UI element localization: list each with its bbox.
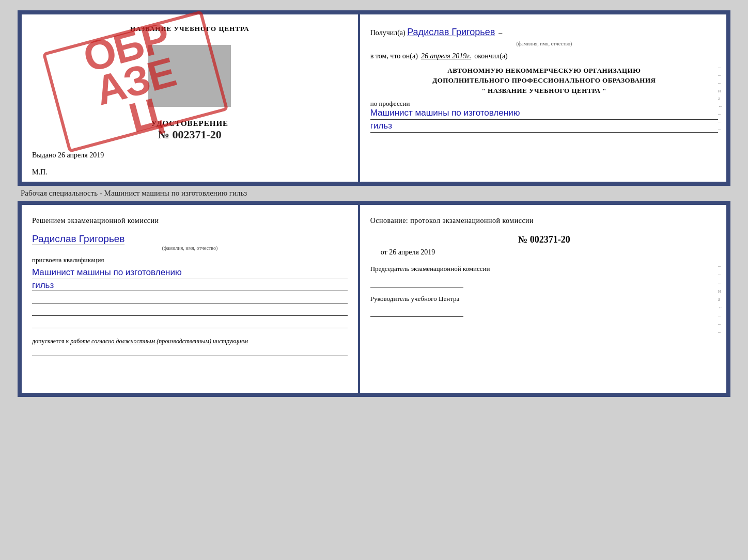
specialty-label: Рабочая специальность - Машинист машины … bbox=[21, 189, 730, 198]
prisvoena-label: присвоена квалификация bbox=[32, 256, 348, 264]
bottom-name-block: Радислав Григорьев (фамилия, имя, отчест… bbox=[32, 233, 348, 251]
empty-line-3 bbox=[32, 318, 348, 328]
top-doc-right: Получил(а) Радислав Григорьев – (фамилия… bbox=[360, 14, 726, 182]
ot-date-block: от 26 апреля 2019 bbox=[370, 248, 718, 257]
komissia-title: Решением экзаменационной комиссии bbox=[32, 215, 348, 226]
po-professii-label: по профессии bbox=[370, 100, 410, 107]
stamp-text: ОБРАЗЕЦ bbox=[80, 20, 191, 143]
rukovoditel-block: Руководитель учебного Центра bbox=[370, 294, 718, 317]
okonchil-label: окончил(а) bbox=[474, 52, 508, 60]
side-marks-top: – – – и а ← – – – bbox=[718, 14, 726, 182]
kvalif-line1: Машинист машины по изготовлению bbox=[32, 266, 348, 279]
top-doc-left: НАЗВАНИЕ УЧЕБНОГО ЦЕНТРА ОБРАЗЕЦ УДОСТОВ… bbox=[22, 14, 360, 182]
dopuskaetsya-prefix: допускается к bbox=[32, 338, 69, 345]
bottom-doc-right: Основание: протокол экзаменационной коми… bbox=[360, 205, 726, 393]
org-line1: АВТОНОМНУЮ НЕКОММЕРЧЕСКУЮ ОРГАНИЗАЦИЮ bbox=[370, 66, 718, 76]
recipient-line: Получил(а) Радислав Григорьев – (фамилия… bbox=[370, 25, 718, 48]
mp-block: М.П. bbox=[32, 168, 348, 177]
side-marks-bottom: – – – и а ← – – – bbox=[718, 205, 726, 393]
dopuskaetsya-line bbox=[32, 347, 348, 356]
vtom-line: в том, что он(а) 26 апреля 2019г. окончи… bbox=[370, 52, 718, 60]
profession-line1: Машинист машины по изготовлению bbox=[370, 108, 718, 120]
bottom-fio-label: (фамилия, имя, отчество) bbox=[32, 245, 348, 251]
fio-label-top: (фамилия, имя, отчество) bbox=[370, 40, 718, 48]
bottom-document: Решением экзаменационной комиссии Радисл… bbox=[18, 201, 730, 397]
vtom-label: в том, что он(а) bbox=[370, 52, 418, 60]
dopuskaetsya-block: допускается к работе согласно должностны… bbox=[32, 337, 348, 356]
ot-label: от bbox=[381, 248, 387, 256]
poluchil-label: Получил(а) bbox=[370, 29, 406, 37]
bottom-doc-left: Решением экзаменационной комиссии Радисл… bbox=[22, 205, 360, 393]
recipient-name: Радислав Григорьев bbox=[407, 27, 495, 37]
profession-block: по профессии Машинист машины по изготовл… bbox=[370, 100, 718, 133]
vydano-date: 26 апреля 2019 bbox=[58, 151, 104, 159]
rukovoditel-label: Руководитель учебного Центра bbox=[370, 295, 460, 302]
predsedatel-line bbox=[370, 276, 463, 287]
bottom-name: Радислав Григорьев bbox=[32, 233, 124, 245]
top-document: НАЗВАНИЕ УЧЕБНОГО ЦЕНТРА ОБРАЗЕЦ УДОСТОВ… bbox=[18, 10, 730, 186]
ot-date: 26 апреля 2019 bbox=[389, 248, 435, 256]
osnovanie-title: Основание: протокол экзаменационной коми… bbox=[370, 215, 718, 226]
mp-label: М.П. bbox=[32, 168, 48, 176]
predsedatel-block: Председатель экзаменационной комиссии bbox=[370, 264, 718, 287]
dopuskaetsya-text: работе согласно должностным (производств… bbox=[70, 338, 248, 345]
kvalif-line2: гильз bbox=[32, 280, 348, 291]
vydano-block: Выдано 26 апреля 2019 bbox=[32, 151, 348, 159]
document-wrapper: НАЗВАНИЕ УЧЕБНОГО ЦЕНТРА ОБРАЗЕЦ УДОСТОВ… bbox=[18, 10, 730, 397]
org-name: " НАЗВАНИЕ УЧЕБНОГО ЦЕНТРА " bbox=[370, 86, 718, 96]
empty-line-2 bbox=[32, 306, 348, 316]
predsedatel-label: Председатель экзаменационной комиссии bbox=[370, 265, 490, 273]
org-block: АВТОНОМНУЮ НЕКОММЕРЧЕСКУЮ ОРГАНИЗАЦИЮ ДО… bbox=[370, 66, 718, 96]
protocol-number: № 002371-20 bbox=[370, 234, 718, 245]
vydano-label: Выдано bbox=[32, 151, 56, 159]
org-line2: ДОПОЛНИТЕЛЬНОГО ПРОФЕССИОНАЛЬНОГО ОБРАЗО… bbox=[370, 75, 718, 86]
vtom-date: 26 апреля 2019г. bbox=[421, 52, 471, 60]
rukovoditel-line bbox=[370, 306, 463, 317]
profession-line2: гильз bbox=[370, 121, 718, 133]
empty-line-1 bbox=[32, 293, 348, 303]
